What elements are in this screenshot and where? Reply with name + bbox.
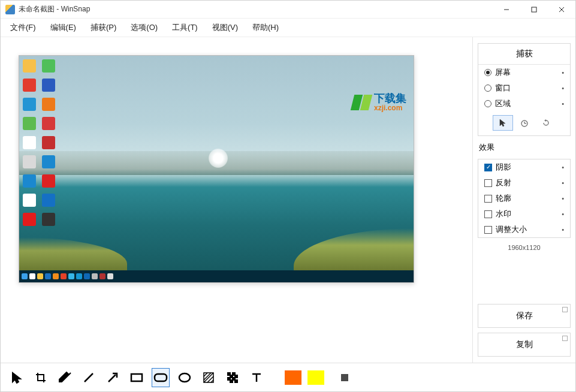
options-marker-icon[interactable]: • <box>562 100 564 107</box>
tool-pen[interactable] <box>56 368 74 387</box>
save-label: 保存 <box>516 310 533 320</box>
taskbar-icon <box>29 273 35 279</box>
desktop-icon <box>23 98 36 111</box>
radio-icon <box>484 100 491 107</box>
tool-ellipse[interactable] <box>176 368 194 387</box>
tool-pointer[interactable] <box>8 368 26 387</box>
effect-resize[interactable]: 调整大小 • <box>478 222 570 237</box>
svg-rect-24 <box>230 380 233 382</box>
svg-line-7 <box>85 373 93 382</box>
dropdown-marker-icon[interactable] <box>562 336 568 341</box>
desktop-icon <box>42 59 55 73</box>
minimize-button[interactable] <box>493 1 520 19</box>
checkbox-icon <box>484 164 492 171</box>
spacer <box>478 260 571 299</box>
effects-panel: 阴影 • 反射 • 轮廓 • 水印 • 调整大小 • <box>478 159 571 238</box>
check-label: 水印 <box>496 209 511 219</box>
options-marker-icon[interactable]: • <box>562 179 564 186</box>
menu-view[interactable]: 视图(V) <box>206 20 244 35</box>
effect-reflection[interactable]: 反射 • <box>478 175 570 191</box>
menu-options[interactable]: 选项(O) <box>125 20 164 35</box>
capture-mode-window[interactable]: 窗口 • <box>478 80 570 96</box>
options-marker-icon[interactable]: • <box>562 69 564 76</box>
menu-tools[interactable]: 工具(T) <box>166 20 204 35</box>
desktop-icon <box>42 98 55 111</box>
desktop-icon <box>23 194 36 207</box>
close-button[interactable] <box>548 1 575 19</box>
screenshot-preview[interactable]: 下载集 xzji.com <box>19 55 414 283</box>
svg-rect-1 <box>532 7 536 12</box>
taskbar-icon <box>61 273 67 279</box>
radio-icon <box>484 69 491 76</box>
capture-mode-screen[interactable]: 屏幕 • <box>478 65 570 80</box>
desktop-icon <box>42 117 55 130</box>
check-label: 调整大小 <box>496 224 527 235</box>
taskbar-icon <box>107 273 113 279</box>
stroke-color-swatch[interactable] <box>341 374 348 381</box>
options-marker-icon[interactable]: • <box>562 226 564 233</box>
timer-mode-button[interactable] <box>514 115 535 131</box>
save-button[interactable]: 保存 <box>478 304 571 328</box>
landscape-grass <box>19 237 127 270</box>
checkbox-icon <box>484 210 492 218</box>
copy-button[interactable]: 复制 <box>478 333 571 357</box>
tool-crop[interactable] <box>32 368 50 387</box>
maximize-button[interactable] <box>520 1 548 19</box>
taskbar-icon <box>53 273 59 279</box>
menu-help[interactable]: 帮助(H) <box>246 20 285 35</box>
menu-capture[interactable]: 捕获(P) <box>85 20 122 35</box>
radio-label: 区域 <box>495 98 511 109</box>
taskbar-icon <box>22 273 28 279</box>
effect-watermark[interactable]: 水印 • <box>478 206 570 222</box>
checkbox-icon <box>484 226 492 234</box>
options-marker-icon[interactable]: • <box>562 164 564 171</box>
tool-pixelate[interactable] <box>224 368 242 387</box>
menu-file[interactable]: 文件(F) <box>4 20 42 35</box>
desktop-icon <box>42 79 55 92</box>
capture-panel: 捕获 屏幕 • 窗口 • 区域 • <box>478 43 571 136</box>
desktop-icon <box>23 174 36 188</box>
cursor-mode-button[interactable] <box>493 115 513 131</box>
watermark: 下载集 xzji.com <box>352 93 406 111</box>
tool-line[interactable] <box>80 368 98 387</box>
svg-rect-9 <box>131 374 142 381</box>
tool-text[interactable] <box>248 368 266 387</box>
watermark-en: xzji.com <box>374 104 406 112</box>
checkbox-icon <box>484 179 492 187</box>
effect-outline[interactable]: 轮廓 • <box>478 191 570 206</box>
tool-hatch[interactable] <box>200 368 218 387</box>
canvas-area[interactable]: 下载集 xzji.com <box>1 37 472 363</box>
radio-label: 屏幕 <box>495 67 511 78</box>
capture-header[interactable]: 捕获 <box>478 44 570 65</box>
taskbar-icon <box>68 273 74 279</box>
desktop-icon <box>42 174 55 188</box>
side-panel: 捕获 屏幕 • 窗口 • 区域 • <box>472 37 575 363</box>
taskbar-icon <box>92 273 98 279</box>
tool-arrow[interactable] <box>104 368 122 387</box>
desktop-icon <box>23 155 36 168</box>
desktop-icon <box>23 136 36 149</box>
taskbar-icon <box>84 273 90 279</box>
options-marker-icon[interactable]: • <box>562 210 564 218</box>
tool-rectangle[interactable] <box>128 368 146 387</box>
watermark-text: 下载集 xzji.com <box>374 93 406 111</box>
check-label: 轮廓 <box>496 193 511 204</box>
radio-icon <box>484 85 491 92</box>
dropdown-marker-icon[interactable] <box>562 307 568 312</box>
desktop-icon <box>42 155 55 168</box>
options-marker-icon[interactable]: • <box>562 85 564 92</box>
tool-rounded-rectangle[interactable] <box>152 368 170 387</box>
effect-shadow[interactable]: 阴影 • <box>478 159 570 175</box>
desktop-icon <box>23 213 36 226</box>
svg-rect-10 <box>155 374 167 381</box>
desktop-icon <box>23 117 36 130</box>
taskbar-icon <box>37 273 43 279</box>
secondary-color-swatch[interactable] <box>307 370 324 385</box>
redo-mode-button[interactable] <box>536 115 556 131</box>
menu-edit[interactable]: 编辑(E) <box>44 20 82 35</box>
options-marker-icon[interactable]: • <box>562 195 564 202</box>
primary-color-swatch[interactable] <box>285 370 301 385</box>
capture-mode-region[interactable]: 区域 • <box>478 96 570 111</box>
svg-point-11 <box>179 373 190 382</box>
taskbar-icon <box>99 273 105 279</box>
